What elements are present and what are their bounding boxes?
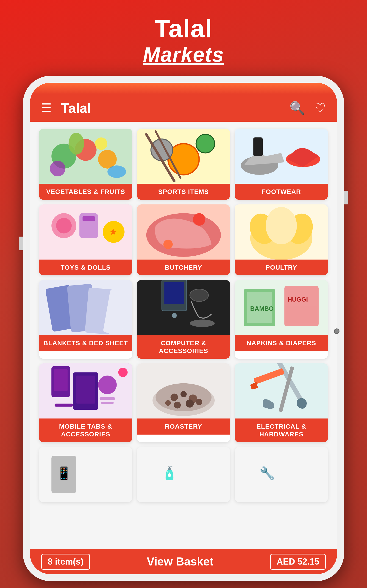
svg-rect-59: [101, 402, 114, 404]
svg-text:BAMBO: BAMBO: [250, 305, 274, 312]
category-label-roastery: ROASTERY: [137, 418, 230, 435]
category-card-mobile-tabs-accessories[interactable]: MOBILE TABS & ACCESSORIES: [39, 363, 132, 442]
category-label-sports-items: SPORTS ITEMS: [137, 184, 230, 200]
svg-point-64: [156, 383, 211, 411]
status-bar: [30, 83, 337, 94]
app-header: ☰ Talal 🔍 ♡: [30, 94, 337, 122]
category-card-blankets-bed-sheet[interactable]: BLANKETS & BED SHEET: [39, 280, 132, 359]
category-label-toys-dolls: TOYS & DOLLS: [39, 259, 132, 276]
category-card-sports-items[interactable]: SPORTS ITEMS: [137, 129, 230, 200]
svg-rect-58: [100, 397, 115, 400]
header-left: ☰ Talal: [41, 100, 91, 116]
svg-rect-60: [55, 404, 73, 407]
tablet-power-button: [344, 191, 348, 204]
category-card-butchery[interactable]: BUTCHERY: [137, 204, 230, 276]
category-card-partial-1[interactable]: 📱: [39, 447, 132, 502]
category-image-napkins-diapers: BAMBO HUGGI: [235, 280, 328, 335]
svg-point-44: [190, 320, 215, 327]
svg-point-71: [196, 399, 202, 405]
svg-rect-56: [76, 376, 95, 404]
category-image-vegetables-fruits: [39, 129, 132, 184]
category-image-butchery: [137, 204, 230, 259]
category-label-footwear: FOOTWEAR: [235, 184, 328, 200]
svg-point-42: [172, 313, 177, 318]
svg-point-4: [69, 133, 84, 155]
svg-text:📱: 📱: [56, 466, 72, 481]
svg-point-5: [50, 161, 65, 176]
svg-text:🧴: 🧴: [162, 466, 177, 481]
basket-count: 8 item(s): [41, 554, 90, 570]
svg-rect-79: [137, 447, 230, 502]
category-label-computer-accessories: COMPUTER & ACCESSORIES: [137, 335, 230, 359]
svg-point-65: [170, 393, 178, 401]
category-card-toys-dolls[interactable]: ★ TOYS & DOLLS: [39, 204, 132, 276]
svg-text:HUGGI: HUGGI: [288, 296, 308, 303]
svg-point-69: [186, 399, 194, 407]
category-image-sports-items: [137, 129, 230, 184]
wishlist-icon[interactable]: ♡: [315, 101, 326, 115]
category-label-blankets-bed-sheet: BLANKETS & BED SHEET: [39, 335, 132, 351]
svg-rect-51: [286, 306, 317, 323]
app-title: Talal: [61, 100, 91, 116]
category-label-mobile-tabs-accessories: MOBILE TABS & ACCESSORIES: [39, 418, 132, 442]
svg-point-33: [266, 207, 297, 244]
category-image-roastery: [137, 363, 230, 418]
svg-point-20: [56, 218, 72, 233]
menu-icon[interactable]: ☰: [41, 102, 52, 114]
basket-bar[interactable]: 8 item(s) View Basket AED 52.15: [30, 549, 337, 574]
category-label-napkins-diapers: NAPKINS & DIAPERS: [235, 335, 328, 351]
tablet-side-button: [19, 237, 23, 250]
camera-button: [334, 329, 340, 334]
category-card-electrical-hardwares[interactable]: ELECTRICAL & HARDWARES: [235, 363, 328, 442]
svg-point-66: [180, 391, 186, 397]
category-card-roastery[interactable]: ROASTERY: [137, 363, 230, 442]
category-image-footwear: [235, 129, 328, 184]
search-icon[interactable]: 🔍: [290, 101, 305, 115]
svg-rect-54: [54, 369, 68, 391]
category-card-napkins-diapers[interactable]: BAMBO HUGGI NAPKINS & DIAPERS: [235, 280, 328, 359]
category-card-partial-2[interactable]: 🧴: [137, 447, 230, 502]
category-card-computer-accessories[interactable]: COMPUTER & ACCESSORIES: [137, 280, 230, 359]
category-card-vegetables-fruits[interactable]: VEGETABLES & FRUITS: [39, 129, 132, 200]
svg-rect-22: [83, 216, 95, 221]
app-screen: ☰ Talal 🔍 ♡ VEGETABLES & FRUITS: [30, 83, 337, 574]
svg-rect-81: [235, 447, 328, 502]
svg-point-68: [174, 401, 181, 408]
svg-point-27: [193, 213, 205, 225]
brand-header: Talal Markets: [143, 0, 224, 76]
svg-rect-17: [253, 138, 263, 156]
category-image-mobile-tabs-accessories: [39, 363, 132, 418]
svg-point-57: [98, 376, 117, 394]
category-card-partial-3[interactable]: 🔧: [235, 447, 328, 502]
svg-point-13: [196, 134, 215, 153]
brand-subtitle: Markets: [143, 43, 224, 67]
category-image-partial-1: 📱: [39, 447, 132, 502]
svg-point-43: [190, 289, 208, 301]
basket-total: AED 52.15: [270, 554, 326, 570]
category-label-electrical-hardwares: ELECTRICAL & HARDWARES: [235, 418, 328, 442]
category-image-partial-3: 🔧: [235, 447, 328, 502]
svg-point-6: [95, 138, 107, 150]
svg-rect-41: [164, 282, 184, 304]
category-label-butchery: BUTCHERY: [137, 259, 230, 276]
svg-point-7: [107, 166, 126, 178]
category-image-poultry: [235, 204, 328, 259]
category-image-computer-accessories: [137, 280, 230, 335]
category-image-blankets-bed-sheet: [39, 280, 132, 335]
svg-point-70: [165, 400, 171, 406]
view-basket-label[interactable]: View Basket: [147, 555, 214, 568]
category-card-poultry[interactable]: POULTRY: [235, 204, 328, 276]
svg-text:★: ★: [109, 226, 117, 237]
tablet-screen: ☰ Talal 🔍 ♡ VEGETABLES & FRUITS: [30, 83, 337, 574]
svg-point-28: [163, 240, 173, 249]
category-image-toys-dolls: ★: [39, 204, 132, 259]
category-card-footwear[interactable]: FOOTWEAR: [235, 129, 328, 200]
category-image-partial-2: 🧴: [137, 447, 230, 502]
category-label-vegetables-fruits: VEGETABLES & FRUITS: [39, 184, 132, 200]
category-label-poultry: POULTRY: [235, 259, 328, 276]
brand-title: Talal: [143, 14, 224, 43]
header-right: 🔍 ♡: [290, 101, 326, 115]
category-image-electrical-hardwares: [235, 363, 328, 418]
svg-point-61: [118, 368, 128, 377]
category-grid: VEGETABLES & FRUITS SPORTS ITEMS FOOTWEA…: [39, 129, 328, 502]
